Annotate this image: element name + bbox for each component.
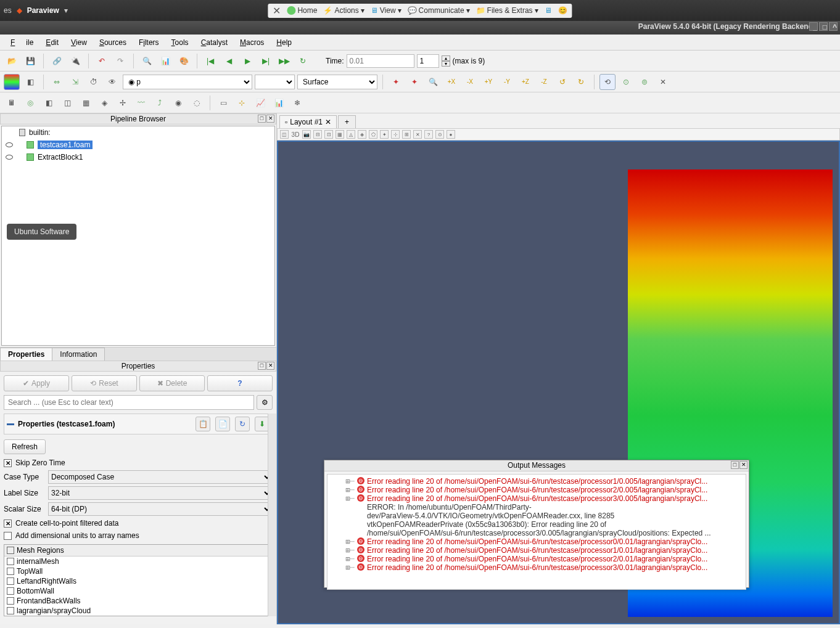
color-editor-icon[interactable]: 🎨 (176, 53, 192, 69)
pipeline-undock-icon[interactable]: □ (258, 115, 266, 123)
menu-tools[interactable]: Tools (166, 36, 194, 49)
view-menu[interactable]: 🖥View ▾ (371, 6, 401, 15)
menu-edit[interactable]: Edit (40, 36, 64, 49)
label-size-select[interactable]: 32-bit (48, 486, 273, 500)
rescale-icon[interactable]: ⇔ (49, 74, 65, 90)
layout-tab-1[interactable]: ▫ Layout #1 ✕ (279, 115, 337, 128)
inspector-icon[interactable]: ? (424, 130, 433, 139)
properties-scrollbar[interactable] (268, 414, 276, 616)
probe-icon[interactable]: ⊹ (234, 95, 250, 111)
clip-icon[interactable]: ◧ (41, 95, 57, 111)
plotline-icon[interactable]: 📈 (252, 95, 268, 111)
zoom-to-box-icon[interactable]: 🔍 (425, 74, 441, 90)
close-icon[interactable]: ✕ (273, 5, 281, 17)
group-icon[interactable]: ◉ (170, 95, 186, 111)
rescale-time-icon[interactable]: ⏱ (86, 74, 102, 90)
properties-undock-icon[interactable]: □ (258, 362, 266, 370)
prev-frame-icon[interactable]: ◀ (221, 53, 237, 69)
axis-nz-icon[interactable]: -Z (536, 74, 552, 90)
help-button[interactable]: ? (207, 375, 273, 391)
axis-nx-icon[interactable]: -X (462, 74, 478, 90)
pipeline-browser[interactable]: builtin: testcase1.foam ExtractBlock1 Ub… (1, 126, 275, 346)
component-select[interactable] (255, 75, 295, 89)
mesh-region-row[interactable]: BottomWall (4, 586, 272, 596)
pipeline-close-icon[interactable]: ✕ (266, 115, 274, 123)
pipeline-root[interactable]: builtin: (2, 126, 274, 139)
pipeline-item-2[interactable]: ExtractBlock1 (2, 151, 274, 163)
activities-label[interactable]: es (4, 6, 12, 15)
menu-sources[interactable]: Sources (94, 36, 132, 49)
sel-frustum-icon[interactable]: ◬ (347, 130, 355, 139)
rotate-ccw-icon[interactable]: ↺ (554, 74, 570, 90)
hover-cell-icon[interactable]: ⊞ (402, 130, 411, 139)
properties-section-header[interactable]: Properties (testcase1.foam) 📋 📄 ↻ ⬇ (4, 414, 273, 434)
extract-block-icon[interactable]: ◌ (189, 95, 205, 111)
connect-icon[interactable]: 🔗 (49, 53, 65, 69)
copy-icon[interactable]: 📋 (196, 417, 210, 431)
last-frame-icon[interactable]: ▶▶ (276, 53, 292, 69)
add-layout-button[interactable]: + (338, 115, 356, 128)
stream-icon[interactable]: 〰 (133, 95, 149, 111)
apply-button[interactable]: ✔ Apply (4, 375, 69, 391)
histogram-icon[interactable]: 📊 (271, 95, 287, 111)
zoom-closest-icon[interactable]: ⊚ (636, 74, 653, 90)
color-field-select[interactable]: ◉ p (123, 75, 252, 89)
paste-icon[interactable]: 📄 (215, 417, 230, 431)
notification-bubble[interactable]: Ubuntu Software (7, 224, 76, 240)
mesh-region-row[interactable]: internalMesh (4, 557, 272, 566)
time-spin-up[interactable]: ▴ (442, 55, 450, 61)
app-name[interactable]: Paraview (27, 6, 59, 15)
next-frame-icon[interactable]: ▶| (258, 53, 274, 69)
minimize-icon[interactable]: _ (809, 22, 818, 31)
loop-icon[interactable]: ↻ (295, 53, 311, 69)
spreadsheet-icon[interactable]: ❄ (289, 95, 305, 111)
time-spin-down[interactable]: ▾ (442, 61, 450, 67)
tab-properties[interactable]: Properties (0, 348, 52, 361)
output-messages-window[interactable]: Output Messages □✕ ⊞┈⊖Error reading line… (324, 460, 749, 588)
color-by-solid-icon[interactable] (4, 74, 20, 90)
axis-x-minus-icon[interactable]: ✦ (406, 74, 422, 90)
sel-cell-icon[interactable]: ▦ (336, 130, 344, 139)
interactive-sel-icon[interactable]: ✦ (380, 130, 389, 139)
monitor-icon[interactable]: 🖥 (545, 6, 552, 15)
smiley-icon[interactable]: 😊 (558, 6, 567, 15)
scalar-bar-icon[interactable]: 📊 (157, 53, 173, 69)
tab-information[interactable]: Information (52, 348, 105, 361)
open-icon[interactable]: 📂 (4, 53, 20, 69)
disconnect-icon[interactable]: 🔌 (67, 53, 83, 69)
case-type-select[interactable]: Decomposed Case (48, 470, 273, 484)
menu-view[interactable]: View (65, 36, 93, 49)
extract-icon[interactable]: ◈ (96, 95, 112, 111)
axis-ny-icon[interactable]: -Y (499, 74, 515, 90)
mesh-regions-list[interactable]: Mesh Regions internalMeshTopWallLeftandR… (4, 544, 273, 616)
sel-poly-icon[interactable]: ⬠ (369, 130, 377, 139)
warp-icon[interactable]: ⤴ (152, 95, 168, 111)
menu-macros[interactable]: Macros (234, 36, 270, 49)
sel-block-icon[interactable]: ◈ (358, 130, 366, 139)
pipeline-item-1[interactable]: testcase1.foam (2, 139, 274, 151)
redo-icon[interactable]: ↷ (112, 53, 128, 69)
axis-px-icon[interactable]: +X (443, 74, 459, 90)
scalar-size-select[interactable]: 64-bit (DP) (48, 502, 273, 516)
dimensional-units-checkbox[interactable]: Add dimensional units to array names (4, 529, 273, 542)
undo-icon[interactable]: ↶ (94, 53, 110, 69)
restore-icon[interactable]: ^ (829, 22, 838, 31)
output-undock-icon[interactable]: □ (731, 461, 739, 469)
sel-point-icon[interactable]: ⊡ (324, 130, 333, 139)
split-v-icon[interactable]: ⊟ (313, 130, 322, 139)
mesh-region-row[interactable]: lagrangian/sprayCloud (4, 606, 272, 616)
skip-zero-time-checkbox[interactable]: Skip Zero Time (4, 457, 273, 469)
maximize-icon[interactable]: □ (819, 22, 828, 31)
cell-to-point-checkbox[interactable]: Create cell-to-point filtered data (4, 517, 273, 529)
menu-file[interactable]: File (5, 36, 39, 49)
delete-button[interactable]: ✖ Delete (139, 375, 205, 391)
rescale-visible-icon[interactable]: 👁 (104, 74, 120, 90)
contour-icon[interactable]: ◎ (22, 95, 38, 111)
close-tab-icon[interactable]: ✕ (325, 118, 331, 126)
files-menu[interactable]: 📁Files & Extras ▾ (476, 6, 538, 15)
axis-x-plus-icon[interactable]: ✦ (388, 74, 404, 90)
reload-icon[interactable]: ↻ (235, 417, 250, 431)
mesh-region-row[interactable]: LeftandRightWalls (4, 576, 272, 586)
mesh-region-row[interactable]: FrontandBackWalls (4, 596, 272, 606)
slice-icon[interactable]: ◫ (59, 95, 75, 111)
